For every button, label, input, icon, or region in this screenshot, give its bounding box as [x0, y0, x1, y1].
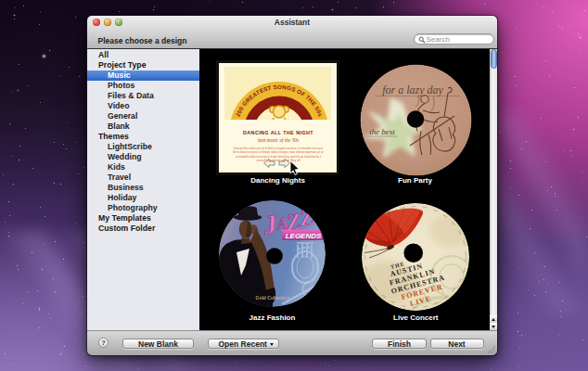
svg-text:accomplish reality every day t: accomplish reality every day to begin na…: [236, 155, 321, 159]
svg-text:Dancing Star invites you not t: Dancing Star invites you not to think or…: [234, 147, 323, 150]
svg-text:LEGENDS: LEGENDS: [286, 232, 322, 240]
svg-text:best music of the 50s: best music of the 50s: [258, 137, 299, 143]
svg-text:overall in summer songs they a: overall in summer songs they all: [256, 159, 300, 162]
svg-text:for a lazy day: for a lazy day: [382, 83, 443, 96]
svg-text:DANCING ALL THE NIGHT: DANCING ALL THE NIGHT: [243, 129, 313, 135]
svg-text:the inclination romance or lif: the inclination romance or lifestyle ide…: [233, 150, 324, 154]
svg-text:Gold Collection: Gold Collection: [255, 295, 289, 301]
svg-text:the best: the best: [369, 126, 395, 135]
